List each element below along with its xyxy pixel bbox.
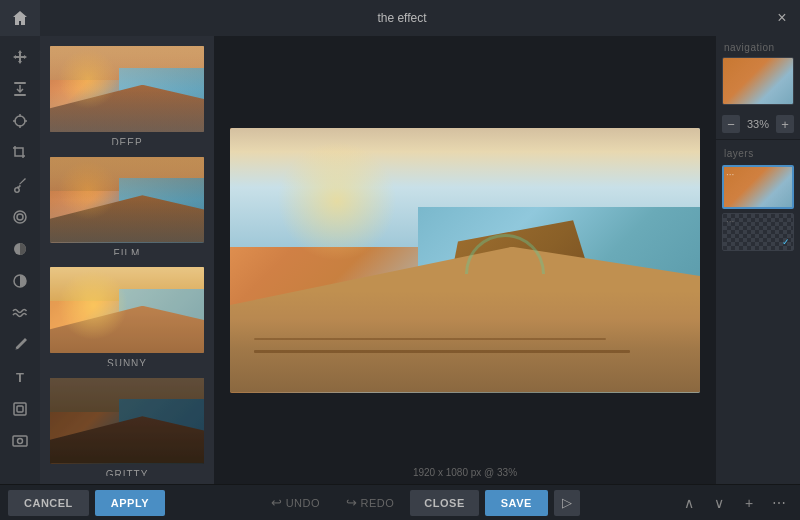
svg-point-2 [15,116,25,126]
photo-tool-button[interactable] [4,426,36,456]
more-options-button[interactable]: ⋯ [766,490,792,516]
svg-rect-13 [13,436,27,446]
close-button[interactable]: CLOSE [410,490,478,516]
layers-label: layers [716,144,800,163]
top-bar: the effect × [0,0,800,36]
effect-thumb-deep [48,44,206,134]
effect-label-sunny: SUNNY [48,355,206,366]
zoom-minus-button[interactable]: − [722,115,740,133]
layer-2-thumbnail[interactable]: ··· ✓ [722,213,794,251]
svg-rect-11 [14,403,26,415]
zoom-controls: − 33% + [716,113,800,135]
cut-tool-button[interactable] [4,170,36,200]
left-toolbar: T [0,36,40,484]
bottom-bar: CANCEL APPLY ↩ UNDO ↪ REDO CLOSE SAVE ▷ … [0,484,800,520]
chevron-up-icon-button[interactable]: ∧ [676,490,702,516]
effect-thumb-sunny [48,265,206,355]
svg-point-7 [14,211,26,223]
redo-label: REDO [361,497,395,509]
crop-tool-button[interactable] [4,138,36,168]
main-layout: T DEEP [0,36,800,484]
tone-tool-button[interactable] [4,266,36,296]
layer-1-thumbnail[interactable]: ··· [722,165,794,209]
home-button[interactable] [0,0,40,36]
save-button[interactable]: SAVE [485,490,548,516]
add-layer-button[interactable]: + [736,490,762,516]
svg-rect-0 [14,82,26,84]
effect-label-deep: DEEP [48,134,206,145]
undo-icon: ↩ [271,495,283,510]
zoom-value: 33% [744,118,772,130]
apply-button[interactable]: APPLY [95,490,165,516]
cancel-button[interactable]: CANCEL [8,490,89,516]
svg-rect-12 [17,406,23,412]
svg-point-14 [18,439,23,444]
effect-label-film: FILM [48,245,206,256]
move-tool-button[interactable] [4,42,36,72]
undo-label: UNDO [286,497,320,509]
canvas-info: 1920 x 1080 px @ 33% [413,467,517,478]
effect-item-gritty[interactable]: GRITTY [48,376,206,477]
canvas-area: 1920 x 1080 px @ 33% [215,36,715,484]
divider [716,139,800,140]
color-tool-button[interactable] [4,234,36,264]
effect-item-film[interactable]: FILM [48,155,206,256]
expand-icon: ▷ [562,495,572,510]
undo-button[interactable]: ↩ UNDO [261,490,330,516]
navigation-thumbnail [722,57,794,105]
effects-list: DEEP FILM [40,36,214,484]
layer-2-check-icon: ✓ [782,237,790,247]
svg-point-8 [17,214,23,220]
effect-thumb-film [48,155,206,245]
canvas-image [230,128,700,393]
adjust-tool-button[interactable] [4,202,36,232]
redo-button[interactable]: ↪ REDO [336,490,404,516]
close-panel-button[interactable]: × [764,0,800,36]
chevron-down-icon-button[interactable]: ∨ [706,490,732,516]
zoom-plus-button[interactable]: + [776,115,794,133]
layer-1-dots: ··· [726,169,734,180]
expand-button[interactable]: ▷ [554,490,580,516]
effect-item-sunny[interactable]: SUNNY [48,265,206,366]
navigation-label: navigation [716,36,800,57]
navigate-tool-button[interactable] [4,106,36,136]
import-tool-button[interactable] [4,74,36,104]
effect-label-gritty: GRITTY [48,466,206,477]
right-panel: navigation − 33% + layers ··· ··· ✓ [715,36,800,484]
panel-title: the effect [40,11,764,25]
effect-item-deep[interactable]: DEEP [48,44,206,145]
svg-rect-1 [14,94,26,96]
paint-tool-button[interactable] [4,330,36,360]
effect-thumb-gritty [48,376,206,466]
wave-tool-button[interactable] [4,298,36,328]
layer-2-dots: ··· [726,216,734,227]
frame-tool-button[interactable] [4,394,36,424]
redo-icon: ↪ [346,495,358,510]
text-tool-button[interactable]: T [4,362,36,392]
effects-panel: DEEP FILM [40,36,215,484]
